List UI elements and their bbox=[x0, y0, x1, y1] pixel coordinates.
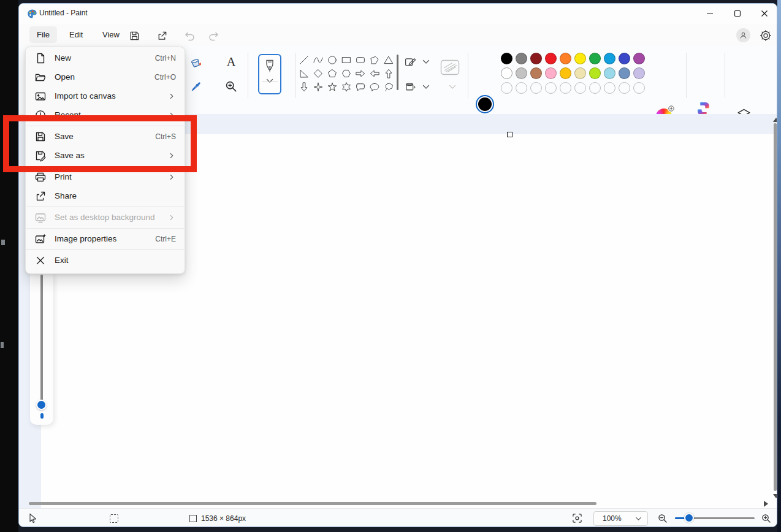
palette-swatch-1faa48[interactable] bbox=[589, 53, 601, 64]
palette-swatch-empty[interactable] bbox=[574, 82, 586, 94]
palette-swatch-empty[interactable] bbox=[501, 82, 512, 94]
scroll-down-arrow[interactable] bbox=[773, 494, 777, 498]
shape-star-five[interactable] bbox=[325, 80, 339, 94]
colour1-selector[interactable] bbox=[476, 95, 494, 113]
account-button[interactable] bbox=[736, 28, 750, 42]
palette-swatch-efe4b0[interactable] bbox=[574, 67, 586, 79]
menu-item-image-properties[interactable]: Image propertiesCtrl+E bbox=[26, 229, 185, 248]
shape-lightning[interactable] bbox=[311, 94, 325, 94]
chevron-down-icon[interactable] bbox=[422, 59, 430, 64]
palette-swatch-7f7f7f[interactable] bbox=[516, 53, 527, 64]
shape-right-triangle[interactable] bbox=[297, 67, 311, 80]
palette-swatch-99d9ea[interactable] bbox=[604, 67, 615, 79]
shapes-scrollbar[interactable] bbox=[397, 55, 398, 90]
palette-swatch-b97a57[interactable] bbox=[530, 67, 542, 79]
text-tool-button[interactable]: A bbox=[224, 55, 238, 69]
palette-swatch-empty[interactable] bbox=[545, 82, 557, 94]
palette-swatch-c3c3c3[interactable] bbox=[516, 67, 527, 79]
palette-swatch-c8bfe7[interactable] bbox=[633, 67, 645, 79]
palette-swatch-ffffff[interactable] bbox=[501, 67, 512, 79]
palette-swatch-ff7f27[interactable] bbox=[560, 53, 571, 64]
shape-speech-round[interactable] bbox=[353, 80, 367, 94]
palette-swatch-a349a4[interactable] bbox=[633, 53, 645, 64]
menu-item-open[interactable]: OpenCtrl+O bbox=[26, 67, 185, 86]
palette-swatch-empty[interactable] bbox=[560, 82, 571, 94]
palette-swatch-empty[interactable] bbox=[530, 82, 542, 94]
palette-swatch-empty[interactable] bbox=[633, 82, 645, 94]
palette-swatch-b5e61d[interactable] bbox=[589, 67, 601, 79]
menubar-item-file[interactable]: File bbox=[29, 26, 57, 43]
shape-arrow-down[interactable] bbox=[297, 80, 311, 94]
menu-item-new[interactable]: NewCtrl+N bbox=[26, 48, 185, 67]
menu-item-shortcut: Ctrl+E bbox=[155, 235, 176, 243]
palette-swatch-8b1a1d[interactable] bbox=[530, 53, 542, 64]
redo-button[interactable] bbox=[207, 28, 221, 43]
menu-item-label: Print bbox=[55, 172, 167, 181]
close-button[interactable] bbox=[751, 4, 777, 23]
palette-swatch-empty[interactable] bbox=[589, 82, 601, 94]
shape-triangle[interactable] bbox=[381, 53, 395, 67]
palette-swatch-7092be[interactable] bbox=[619, 67, 630, 79]
palette-swatch-empty[interactable] bbox=[619, 82, 630, 94]
shape-heart[interactable] bbox=[297, 94, 311, 94]
share-quick-button[interactable] bbox=[154, 28, 169, 43]
zoom-level-value: 100% bbox=[603, 514, 622, 523]
menu-item-share[interactable]: Share bbox=[26, 186, 185, 205]
zoom-in-button[interactable] bbox=[761, 509, 772, 527]
magnifier-tool-button[interactable] bbox=[224, 79, 238, 94]
menubar-item-view[interactable]: View bbox=[95, 26, 127, 43]
shape-outline-button[interactable] bbox=[403, 54, 417, 69]
scroll-up-arrow[interactable] bbox=[773, 118, 777, 122]
minimize-button[interactable] bbox=[696, 4, 723, 23]
palette-swatch-fde90c[interactable] bbox=[574, 53, 586, 64]
menubar-item-edit[interactable]: Edit bbox=[62, 26, 90, 43]
vertical-scrollbar[interactable] bbox=[774, 123, 777, 491]
palette-swatch-fec20c[interactable] bbox=[560, 67, 571, 79]
shape-speech-oval[interactable] bbox=[367, 80, 381, 94]
zoom-slider-thumb[interactable] bbox=[684, 513, 694, 523]
shape-fill-button[interactable] bbox=[403, 79, 417, 94]
palette-swatch-129fdd[interactable] bbox=[604, 53, 615, 64]
palette-swatch-empty[interactable] bbox=[604, 82, 615, 94]
shape-arrow-left[interactable] bbox=[367, 67, 381, 80]
open-folder-icon bbox=[34, 71, 47, 83]
shape-speech-cloud[interactable] bbox=[381, 80, 395, 94]
shape-hexagon[interactable] bbox=[339, 67, 353, 80]
palette-swatch-000000[interactable] bbox=[501, 53, 512, 64]
menu-item-exit[interactable]: Exit bbox=[26, 251, 185, 270]
chevron-down-icon[interactable] bbox=[422, 85, 430, 89]
save-quick-button[interactable] bbox=[127, 28, 142, 43]
shape-star-six[interactable] bbox=[339, 80, 353, 94]
eyedropper-tool-button[interactable] bbox=[188, 79, 203, 94]
slider-thumb[interactable] bbox=[36, 400, 47, 410]
fit-to-screen-button[interactable] bbox=[572, 509, 582, 527]
shape-polygon[interactable] bbox=[367, 53, 381, 67]
shape-pentagon[interactable] bbox=[325, 67, 339, 80]
shape-curve[interactable] bbox=[311, 53, 325, 67]
shape-oval[interactable] bbox=[325, 53, 339, 67]
brushes-button[interactable] bbox=[258, 54, 281, 94]
palette-swatch-ffaec9[interactable] bbox=[545, 67, 557, 79]
horizontal-scrollbar[interactable] bbox=[29, 502, 596, 505]
shape-rounded-rectangle[interactable] bbox=[353, 53, 367, 67]
fill-tool-button[interactable] bbox=[188, 55, 203, 69]
scroll-right-arrow[interactable] bbox=[764, 501, 768, 507]
shape-star-four[interactable] bbox=[311, 80, 325, 94]
shape-diamond[interactable] bbox=[311, 67, 325, 80]
printer-icon bbox=[34, 171, 47, 183]
menu-item-import-to-canvas[interactable]: Import to canvas bbox=[26, 86, 185, 105]
palette-swatch-3a48c8[interactable] bbox=[619, 53, 630, 64]
paint-window: Untitled - Paint FileEditView bbox=[18, 3, 777, 527]
undo-button[interactable] bbox=[182, 28, 197, 43]
maximize-button[interactable] bbox=[724, 4, 751, 23]
palette-swatch-ec1c24[interactable] bbox=[545, 53, 557, 64]
shape-arrow-right[interactable] bbox=[353, 67, 367, 80]
palette-swatch-empty[interactable] bbox=[516, 82, 527, 94]
settings-button[interactable] bbox=[758, 28, 773, 43]
shape-line[interactable] bbox=[297, 53, 311, 67]
shape-rectangle[interactable] bbox=[339, 53, 353, 67]
shape-arrow-up[interactable] bbox=[381, 67, 395, 80]
zoom-level-dropdown[interactable]: 100% bbox=[593, 511, 648, 526]
canvas-resize-handle[interactable] bbox=[507, 132, 512, 137]
zoom-out-button[interactable] bbox=[657, 509, 668, 527]
